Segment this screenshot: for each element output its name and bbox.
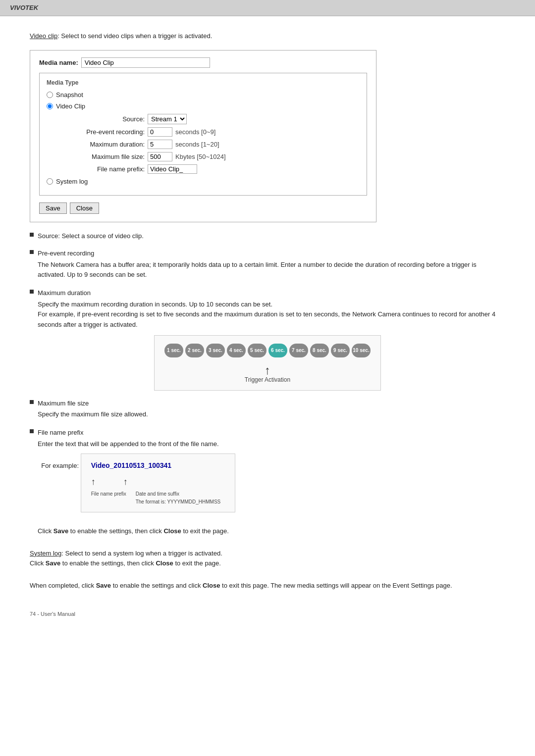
max-duration-unit: seconds [1~20]	[175, 141, 219, 148]
filename-example: Video_20110513_100341	[91, 460, 171, 471]
bullet-max-file-size-title: Maximum file size	[30, 399, 505, 408]
media-name-input[interactable]	[81, 57, 210, 68]
max-duration-input[interactable]	[148, 140, 172, 149]
media-name-row: Media name:	[39, 57, 367, 68]
page-wrapper: VIVOTEK Video clip: Select to send video…	[0, 0, 535, 756]
filename-labels: File name prefix Date and time suffixThe…	[91, 490, 225, 506]
snapshot-radio-row: Snapshot	[47, 91, 360, 99]
main-content: Video clip: Select to send video clips w…	[0, 16, 535, 637]
media-name-label: Media name:	[39, 59, 78, 66]
bullet-max-file-size-body: Specify the maximum file size allowed.	[30, 409, 505, 420]
filename-arrow-1-icon: ↑	[91, 475, 96, 489]
timeline-container: 1 sec.2 sec.3 sec.4 sec.5 sec.6 sec.7 se…	[30, 335, 505, 391]
source-label: Source:	[60, 115, 145, 123]
file-name-prefix-label: File name prefix:	[60, 165, 145, 173]
system-log-radio[interactable]	[47, 178, 53, 185]
system-log-label: System log	[56, 178, 88, 185]
final-note: When completed, click Save to enable the…	[30, 581, 505, 591]
filename-label-prefix: File name prefix	[91, 490, 136, 506]
max-file-size-input[interactable]	[148, 152, 172, 161]
form-panel: Media name: Media Type Snapshot Video Cl…	[30, 50, 376, 222]
file-name-prefix-row: File name prefix:	[60, 164, 360, 174]
timeline-arrow-row: ↑ Trigger Activation	[245, 364, 290, 383]
bullet-icon	[30, 429, 34, 433]
footer-note: 74 - User's Manual	[30, 611, 505, 617]
bullet-icon	[30, 233, 34, 237]
bullet-file-name-prefix-body: Enter the text that will be appended to …	[30, 439, 505, 518]
video-clip-link[interactable]: Video clip	[30, 32, 57, 40]
section-intro: Video clip: Select to send video clips w…	[30, 31, 505, 41]
filename-label-suffix: Date and time suffixThe format is: YYYYM…	[136, 490, 225, 506]
bullet-file-name-prefix-title: File name prefix	[30, 428, 505, 438]
close-button[interactable]: Close	[70, 202, 99, 214]
bullet-file-name-prefix-text: File name prefix	[38, 428, 83, 438]
max-file-size-unit: Kbytes [50~1024]	[175, 153, 226, 160]
pre-event-input[interactable]	[148, 127, 172, 137]
bullet-icon	[30, 290, 34, 294]
media-type-title: Media Type	[47, 79, 360, 86]
bullet-icon	[30, 250, 34, 254]
timeline-bubble: 6 sec.	[268, 344, 287, 357]
pre-event-row: Pre-event recording: seconds [0~9]	[60, 127, 360, 137]
system-log-note: System log: Select to send a system log …	[30, 549, 505, 569]
timeline-bubble: 10 sec.	[352, 344, 371, 357]
timeline-bubble: 4 sec.	[227, 344, 246, 357]
bullet-pre-event-text: Pre-event recording	[38, 249, 94, 258]
filename-arrow-2-icon: ↑	[123, 475, 128, 489]
bullet-max-file-size: Maximum file size Specify the maximum fi…	[30, 399, 505, 420]
bullet-source-text: Source: Select a source of video clip.	[38, 231, 144, 241]
timeline-bubble: 1 sec.	[164, 344, 183, 357]
bullet-source-title: Source: Select a source of video clip.	[30, 231, 505, 241]
pre-event-label: Pre-event recording:	[60, 128, 145, 136]
timeline-diagram: 1 sec.2 sec.3 sec.4 sec.5 sec.6 sec.7 se…	[154, 335, 381, 391]
bullet-pre-event-title: Pre-event recording	[30, 249, 505, 258]
file-name-prefix-input[interactable]	[148, 164, 197, 174]
max-file-size-row: Maximum file size: Kbytes [50~1024]	[60, 152, 360, 161]
max-duration-label: Maximum duration:	[60, 141, 145, 148]
video-clip-label: Video Clip	[56, 102, 85, 110]
snapshot-radio[interactable]	[47, 92, 53, 98]
timeline-bubble: 5 sec.	[248, 344, 267, 357]
bullet-max-duration: Maximum duration Specify the maximum rec…	[30, 288, 505, 391]
video-clip-options: Source: Stream 1 Stream 2 Pre-event reco…	[47, 114, 360, 174]
bullet-max-duration-body: Specify the maximum recording duration i…	[30, 300, 505, 330]
bullet-max-duration-title: Maximum duration	[30, 288, 505, 298]
timeline-bubble: 7 sec.	[289, 344, 308, 357]
system-log-link[interactable]: System log	[30, 550, 61, 557]
source-select[interactable]: Stream 1 Stream 2	[148, 114, 187, 124]
top-bar: VIVOTEK	[0, 0, 535, 16]
bullet-pre-event: Pre-event recording The Network Camera h…	[30, 249, 505, 280]
timeline-bubble: 3 sec.	[206, 344, 225, 357]
max-duration-row: Maximum duration: seconds [1~20]	[60, 140, 360, 149]
timeline-bubble: 8 sec.	[310, 344, 329, 357]
bullet-max-file-size-text: Maximum file size	[38, 399, 89, 408]
trigger-arrow-icon: ↑	[265, 364, 270, 376]
pre-event-unit: seconds [0~9]	[175, 128, 215, 136]
bullet-max-duration-text: Maximum duration	[38, 288, 91, 298]
snapshot-label: Snapshot	[56, 91, 83, 99]
bullet-file-name-prefix: File name prefix Enter the text that wil…	[30, 428, 505, 518]
bullet-source: Source: Select a source of video clip.	[30, 231, 505, 241]
system-log-radio-row: System log	[47, 178, 360, 185]
timeline-bubble: 2 sec.	[185, 344, 204, 357]
save-note: Click Save to enable the settings, then …	[30, 526, 505, 537]
btn-row: Save Close	[39, 202, 367, 214]
max-file-size-label: Maximum file size:	[60, 153, 145, 160]
timeline-bubbles: 1 sec.2 sec.3 sec.4 sec.5 sec.6 sec.7 se…	[164, 344, 371, 357]
video-clip-radio-row: Video Clip	[47, 102, 360, 110]
intro-text: : Select to send video clips when a trig…	[57, 32, 212, 40]
source-row: Source: Stream 1 Stream 2	[60, 114, 360, 124]
timeline-bubble: 9 sec.	[331, 344, 350, 357]
brand-logo: VIVOTEK	[10, 4, 38, 11]
bullet-pre-event-body: The Network Camera has a buffer area; it…	[30, 260, 505, 281]
trigger-label: Trigger Activation	[245, 376, 290, 383]
bullet-icon	[30, 400, 34, 404]
media-type-box: Media Type Snapshot Video Clip Source:	[39, 73, 367, 196]
save-button[interactable]: Save	[39, 202, 67, 214]
video-clip-radio[interactable]	[47, 103, 53, 109]
filename-diagram: Video_20110513_100341 ↑ ↑ File name pref…	[81, 454, 235, 512]
